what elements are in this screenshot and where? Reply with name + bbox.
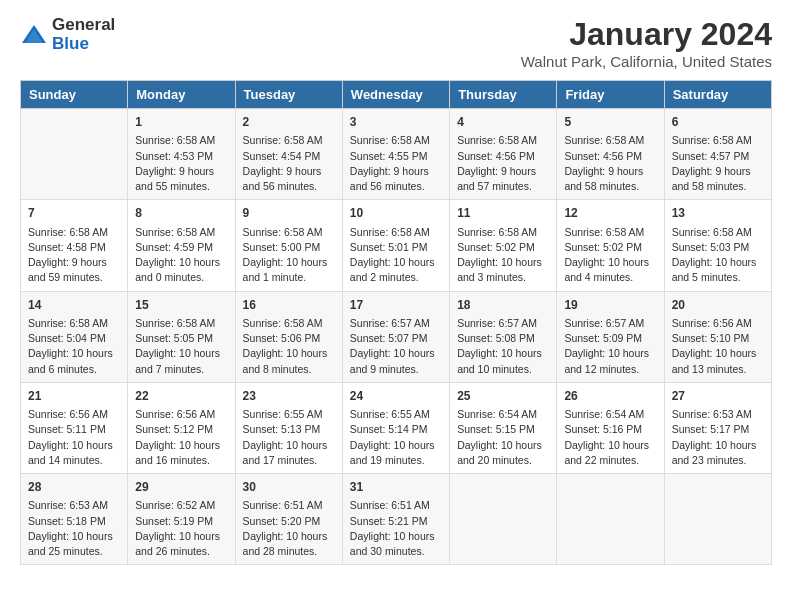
cell-info: Sunrise: 6:56 AM <box>135 407 227 422</box>
week-row-5: 28Sunrise: 6:53 AMSunset: 5:18 PMDayligh… <box>21 474 772 565</box>
cell-info: Sunrise: 6:58 AM <box>672 133 764 148</box>
logo-text: General Blue <box>52 16 115 53</box>
cell-info: and 59 minutes. <box>28 270 120 285</box>
calendar-cell: 31Sunrise: 6:51 AMSunset: 5:21 PMDayligh… <box>342 474 449 565</box>
cell-info: and 26 minutes. <box>135 544 227 559</box>
weekday-header-thursday: Thursday <box>450 81 557 109</box>
cell-info: Daylight: 10 hours <box>243 255 335 270</box>
logo-icon <box>20 21 48 49</box>
cell-info: Sunset: 4:55 PM <box>350 149 442 164</box>
cell-info: and 0 minutes. <box>135 270 227 285</box>
cell-info: and 56 minutes. <box>243 179 335 194</box>
day-number: 28 <box>28 479 120 496</box>
calendar-cell: 29Sunrise: 6:52 AMSunset: 5:19 PMDayligh… <box>128 474 235 565</box>
cell-info: Daylight: 10 hours <box>350 438 442 453</box>
day-number: 8 <box>135 205 227 222</box>
calendar-cell <box>664 474 771 565</box>
cell-info: Sunrise: 6:51 AM <box>243 498 335 513</box>
main-title: January 2024 <box>521 16 772 53</box>
cell-info: Sunset: 5:12 PM <box>135 422 227 437</box>
title-area: January 2024 Walnut Park, California, Un… <box>521 16 772 70</box>
cell-info: and 1 minute. <box>243 270 335 285</box>
calendar-cell: 5Sunrise: 6:58 AMSunset: 4:56 PMDaylight… <box>557 109 664 200</box>
calendar-cell: 28Sunrise: 6:53 AMSunset: 5:18 PMDayligh… <box>21 474 128 565</box>
logo-blue: Blue <box>52 35 115 54</box>
cell-info: and 19 minutes. <box>350 453 442 468</box>
cell-info: Sunrise: 6:58 AM <box>350 133 442 148</box>
cell-info: Sunset: 5:07 PM <box>350 331 442 346</box>
cell-info: and 56 minutes. <box>350 179 442 194</box>
cell-info: Sunrise: 6:51 AM <box>350 498 442 513</box>
day-number: 21 <box>28 388 120 405</box>
day-number: 29 <box>135 479 227 496</box>
cell-info: Sunrise: 6:58 AM <box>564 225 656 240</box>
cell-info: Sunset: 4:59 PM <box>135 240 227 255</box>
day-number: 7 <box>28 205 120 222</box>
cell-info: Sunset: 5:04 PM <box>28 331 120 346</box>
cell-info: Sunset: 5:19 PM <box>135 514 227 529</box>
cell-info: Sunrise: 6:57 AM <box>564 316 656 331</box>
cell-info: Sunrise: 6:58 AM <box>135 133 227 148</box>
cell-info: Daylight: 9 hours <box>350 164 442 179</box>
cell-info: and 57 minutes. <box>457 179 549 194</box>
cell-info: and 25 minutes. <box>28 544 120 559</box>
cell-info: and 22 minutes. <box>564 453 656 468</box>
cell-info: Daylight: 10 hours <box>457 346 549 361</box>
day-number: 15 <box>135 297 227 314</box>
cell-info: Sunset: 4:56 PM <box>564 149 656 164</box>
cell-info: Sunrise: 6:53 AM <box>672 407 764 422</box>
cell-info: Sunset: 5:00 PM <box>243 240 335 255</box>
week-row-1: 1Sunrise: 6:58 AMSunset: 4:53 PMDaylight… <box>21 109 772 200</box>
calendar-cell: 24Sunrise: 6:55 AMSunset: 5:14 PMDayligh… <box>342 382 449 473</box>
cell-info: Sunrise: 6:58 AM <box>28 225 120 240</box>
header: General Blue January 2024 Walnut Park, C… <box>20 16 772 70</box>
cell-info: Sunset: 4:57 PM <box>672 149 764 164</box>
cell-info: Sunset: 5:01 PM <box>350 240 442 255</box>
cell-info: Sunrise: 6:56 AM <box>672 316 764 331</box>
cell-info: Sunset: 4:54 PM <box>243 149 335 164</box>
cell-info: Sunset: 5:21 PM <box>350 514 442 529</box>
cell-info: and 16 minutes. <box>135 453 227 468</box>
cell-info: Sunset: 5:06 PM <box>243 331 335 346</box>
calendar-cell: 13Sunrise: 6:58 AMSunset: 5:03 PMDayligh… <box>664 200 771 291</box>
calendar-cell: 3Sunrise: 6:58 AMSunset: 4:55 PMDaylight… <box>342 109 449 200</box>
cell-info: Sunrise: 6:53 AM <box>28 498 120 513</box>
week-row-4: 21Sunrise: 6:56 AMSunset: 5:11 PMDayligh… <box>21 382 772 473</box>
day-number: 25 <box>457 388 549 405</box>
calendar-cell: 26Sunrise: 6:54 AMSunset: 5:16 PMDayligh… <box>557 382 664 473</box>
calendar-cell: 15Sunrise: 6:58 AMSunset: 5:05 PMDayligh… <box>128 291 235 382</box>
cell-info: and 23 minutes. <box>672 453 764 468</box>
logo: General Blue <box>20 16 115 53</box>
cell-info: Sunrise: 6:58 AM <box>28 316 120 331</box>
cell-info: Sunrise: 6:58 AM <box>243 316 335 331</box>
calendar-cell: 18Sunrise: 6:57 AMSunset: 5:08 PMDayligh… <box>450 291 557 382</box>
cell-info: Sunrise: 6:57 AM <box>457 316 549 331</box>
cell-info: and 55 minutes. <box>135 179 227 194</box>
cell-info: Sunrise: 6:58 AM <box>243 133 335 148</box>
calendar-cell: 16Sunrise: 6:58 AMSunset: 5:06 PMDayligh… <box>235 291 342 382</box>
calendar-cell: 2Sunrise: 6:58 AMSunset: 4:54 PMDaylight… <box>235 109 342 200</box>
day-number: 26 <box>564 388 656 405</box>
week-row-3: 14Sunrise: 6:58 AMSunset: 5:04 PMDayligh… <box>21 291 772 382</box>
day-number: 20 <box>672 297 764 314</box>
cell-info: and 17 minutes. <box>243 453 335 468</box>
cell-info: Daylight: 10 hours <box>457 438 549 453</box>
cell-info: Daylight: 10 hours <box>135 346 227 361</box>
weekday-header-friday: Friday <box>557 81 664 109</box>
calendar-cell: 9Sunrise: 6:58 AMSunset: 5:00 PMDaylight… <box>235 200 342 291</box>
calendar-cell: 14Sunrise: 6:58 AMSunset: 5:04 PMDayligh… <box>21 291 128 382</box>
cell-info: and 6 minutes. <box>28 362 120 377</box>
cell-info: Sunrise: 6:58 AM <box>457 225 549 240</box>
cell-info: Sunset: 4:53 PM <box>135 149 227 164</box>
cell-info: Sunrise: 6:58 AM <box>350 225 442 240</box>
day-number: 23 <box>243 388 335 405</box>
cell-info: Sunset: 5:02 PM <box>564 240 656 255</box>
weekday-header-saturday: Saturday <box>664 81 771 109</box>
cell-info: Sunrise: 6:58 AM <box>135 316 227 331</box>
calendar-cell: 17Sunrise: 6:57 AMSunset: 5:07 PMDayligh… <box>342 291 449 382</box>
week-row-2: 7Sunrise: 6:58 AMSunset: 4:58 PMDaylight… <box>21 200 772 291</box>
cell-info: Sunset: 5:10 PM <box>672 331 764 346</box>
calendar-table: SundayMondayTuesdayWednesdayThursdayFrid… <box>20 80 772 565</box>
cell-info: Sunrise: 6:58 AM <box>457 133 549 148</box>
cell-info: Daylight: 10 hours <box>28 438 120 453</box>
